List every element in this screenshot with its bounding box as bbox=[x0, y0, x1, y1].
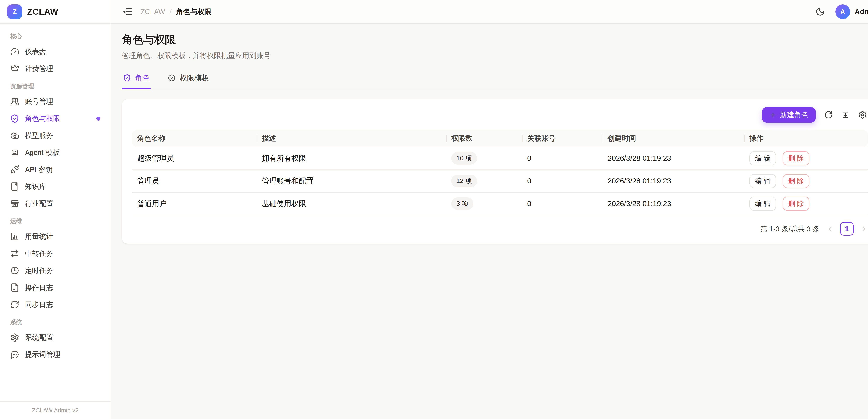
nav-section: 资源管理 账号管理 角色与权限 模型服务 Agent 模板 API 密钥 知识库… bbox=[7, 77, 104, 212]
avatar-initial: A bbox=[840, 8, 845, 16]
cell-created-at: 2026/3/28 01:19:23 bbox=[602, 192, 744, 215]
sidebar-item-label: 角色与权限 bbox=[25, 114, 60, 123]
chevron-left-icon[interactable] bbox=[826, 225, 834, 233]
pagination-summary: 第 1-3 条/总共 3 条 bbox=[760, 224, 819, 234]
logo-row: Z ZCLAW bbox=[0, 0, 111, 24]
table-row: 管理员 管理账号和配置 12 项 0 2026/3/28 01:19:23 编 … bbox=[132, 170, 868, 192]
new-role-button-label: 新建角色 bbox=[780, 110, 808, 120]
sync-icon bbox=[10, 300, 19, 309]
cell-linked-accounts: 0 bbox=[522, 170, 602, 192]
delete-button[interactable]: 删 除 bbox=[783, 151, 809, 166]
cell-description: 拥有所有权限 bbox=[257, 147, 446, 170]
app-root: Z ZCLAW 核心 仪表盘 计费管理 资源管理 账号管理 角色与权限 模型服务 bbox=[0, 0, 868, 419]
shield-check-icon bbox=[123, 74, 131, 82]
table-settings-gear-icon[interactable] bbox=[858, 111, 867, 119]
nav-section-label: 运维 bbox=[7, 212, 104, 228]
sidebar-item-模型服务[interactable]: 模型服务 bbox=[7, 127, 104, 144]
delete-button[interactable]: 删 除 bbox=[783, 174, 809, 188]
plug-icon bbox=[10, 165, 19, 174]
cell-permission-count: 3 项 bbox=[446, 192, 522, 215]
active-indicator-dot bbox=[96, 117, 100, 121]
breadcrumb-separator: / bbox=[169, 8, 172, 16]
users-icon bbox=[10, 97, 19, 106]
tab-roles-label: 角色 bbox=[135, 73, 150, 83]
circle-check-icon bbox=[168, 74, 176, 82]
sidebar-item-角色与权限[interactable]: 角色与权限 bbox=[7, 110, 104, 127]
file-text-icon bbox=[10, 283, 19, 292]
user-menu[interactable]: A Admin bbox=[835, 4, 868, 19]
sidebar-item-label: 用量统计 bbox=[25, 232, 53, 241]
nav-section-label: 资源管理 bbox=[7, 77, 104, 93]
card-toolbar: 新建角色 bbox=[132, 106, 868, 130]
breadcrumb-root-link[interactable]: ZCLAW bbox=[141, 8, 165, 16]
column-header-role-name: 角色名称 bbox=[132, 130, 257, 147]
cell-actions: 编 辑 删 除 bbox=[744, 192, 868, 215]
edit-button[interactable]: 编 辑 bbox=[749, 151, 776, 166]
store-icon bbox=[10, 199, 19, 208]
sidebar-item-仪表盘[interactable]: 仪表盘 bbox=[7, 43, 104, 60]
page-title: 角色与权限 bbox=[122, 32, 868, 47]
sidebar-item-同步日志[interactable]: 同步日志 bbox=[7, 296, 104, 313]
roles-card: 新建角色 角色名称 bbox=[122, 99, 868, 244]
sidebar-item-计费管理[interactable]: 计费管理 bbox=[7, 60, 104, 77]
cell-created-at: 2026/3/28 01:19:23 bbox=[602, 170, 744, 192]
cell-description: 基础使用权限 bbox=[257, 192, 446, 215]
sidebar-item-label: 系统配置 bbox=[25, 333, 53, 342]
plus-icon bbox=[769, 111, 776, 119]
topbar: ZCLAW / 角色与权限 A Admin bbox=[111, 0, 868, 24]
nav-section-label: 系统 bbox=[7, 313, 104, 329]
sidebar-item-定时任务[interactable]: 定时任务 bbox=[7, 262, 104, 279]
sidebar-collapse-icon[interactable] bbox=[122, 7, 133, 17]
column-header-created-at: 创建时间 bbox=[602, 130, 744, 147]
nav-section-items: 用量统计 中转任务 定时任务 操作日志 同步日志 bbox=[7, 228, 104, 313]
pagination-page-1[interactable]: 1 bbox=[840, 222, 854, 236]
nav-section: 核心 仪表盘 计费管理 bbox=[7, 27, 104, 77]
sidebar: Z ZCLAW 核心 仪表盘 计费管理 资源管理 账号管理 角色与权限 模型服务 bbox=[0, 0, 111, 419]
column-header-actions: 操作 bbox=[744, 130, 868, 147]
logo-letter: Z bbox=[13, 8, 17, 16]
chevron-right-icon[interactable] bbox=[860, 225, 868, 233]
sidebar-item-中转任务[interactable]: 中转任务 bbox=[7, 245, 104, 262]
book-icon bbox=[10, 182, 19, 191]
cell-permission-count: 12 项 bbox=[446, 170, 522, 192]
page-content: 角色与权限 管理角色、权限模板，并将权限批量应用到账号 角色 权限模板 bbox=[111, 24, 868, 419]
nav-section-items: 仪表盘 计费管理 bbox=[7, 43, 104, 77]
gear-icon bbox=[10, 333, 19, 342]
sidebar-item-用量统计[interactable]: 用量统计 bbox=[7, 228, 104, 245]
sidebar-item-agent-模板[interactable]: Agent 模板 bbox=[7, 144, 104, 161]
new-role-button[interactable]: 新建角色 bbox=[762, 107, 816, 123]
edit-button[interactable]: 编 辑 bbox=[749, 174, 776, 188]
sidebar-item-提示词管理[interactable]: 提示词管理 bbox=[7, 346, 104, 363]
sidebar-item-api-密钥[interactable]: API 密钥 bbox=[7, 161, 104, 178]
cell-actions: 编 辑 删 除 bbox=[744, 170, 868, 192]
column-header-permission-count: 权限数 bbox=[446, 130, 522, 147]
tab-permission-templates[interactable]: 权限模板 bbox=[167, 69, 210, 89]
row-density-icon[interactable] bbox=[841, 111, 850, 119]
sidebar-item-label: 提示词管理 bbox=[25, 350, 60, 359]
refresh-icon[interactable] bbox=[824, 111, 833, 119]
sidebar-item-知识库[interactable]: 知识库 bbox=[7, 178, 104, 195]
edit-button[interactable]: 编 辑 bbox=[749, 197, 776, 211]
sidebar-item-label: 同步日志 bbox=[25, 300, 53, 309]
app-logo: Z bbox=[7, 4, 22, 19]
column-header-linked-accounts: 关联账号 bbox=[522, 130, 602, 147]
nav-section: 运维 用量统计 中转任务 定时任务 操作日志 同步日志 bbox=[7, 212, 104, 313]
main-column: ZCLAW / 角色与权限 A Admin 角色与权限 管理角色、权限模板，并将… bbox=[111, 0, 868, 419]
sidebar-item-账号管理[interactable]: 账号管理 bbox=[7, 93, 104, 110]
permission-count-badge: 10 项 bbox=[451, 152, 477, 164]
bar-chart-icon bbox=[10, 232, 19, 241]
tab-roles[interactable]: 角色 bbox=[122, 69, 151, 89]
permission-count-badge: 3 项 bbox=[451, 198, 473, 210]
sidebar-item-label: 操作日志 bbox=[25, 283, 53, 292]
sidebar-item-行业配置[interactable]: 行业配置 bbox=[7, 195, 104, 212]
sidebar-item-系统配置[interactable]: 系统配置 bbox=[7, 329, 104, 346]
delete-button[interactable]: 删 除 bbox=[783, 197, 809, 211]
sidebar-item-操作日志[interactable]: 操作日志 bbox=[7, 279, 104, 296]
cell-linked-accounts: 0 bbox=[522, 147, 602, 170]
table-header-row: 角色名称 描述 权限数 关联账号 创建时间 操作 bbox=[132, 130, 868, 147]
cell-role-name: 管理员 bbox=[132, 170, 257, 192]
crown-icon bbox=[10, 64, 19, 73]
table-row: 普通用户 基础使用权限 3 项 0 2026/3/28 01:19:23 编 辑… bbox=[132, 192, 868, 215]
nav-section-items: 系统配置 提示词管理 bbox=[7, 329, 104, 363]
dark-mode-toggle-icon[interactable] bbox=[815, 7, 825, 17]
